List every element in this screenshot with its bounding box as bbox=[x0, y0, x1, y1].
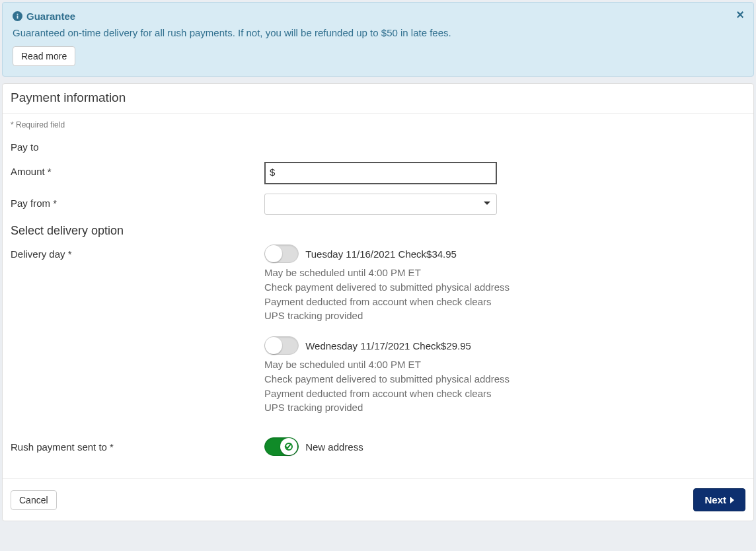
alert-title-text: Guarantee bbox=[26, 11, 75, 22]
cancel-button[interactable]: Cancel bbox=[11, 490, 57, 510]
pay-to-label: Pay to bbox=[11, 137, 264, 153]
delivery-option-label: Wednesday 11/17/2021 Check$29.95 bbox=[305, 340, 471, 351]
panel-footer: Cancel Next bbox=[3, 478, 753, 521]
svg-rect-1 bbox=[17, 16, 19, 19]
guarantee-alert: × Guarantee Guaranteed on-time delivery … bbox=[2, 2, 754, 77]
amount-label: Amount * bbox=[11, 162, 264, 177]
delivery-option-details: May be scheduled until 4:00 PM ET Check … bbox=[264, 357, 745, 415]
read-more-button[interactable]: Read more bbox=[13, 46, 75, 66]
delivery-toggle-2[interactable] bbox=[264, 336, 299, 355]
amount-input[interactable] bbox=[264, 162, 497, 184]
rush-sent-to-label: Rush payment sent to * bbox=[11, 437, 264, 453]
panel-heading: Payment information bbox=[3, 84, 753, 114]
close-icon[interactable]: × bbox=[736, 8, 744, 21]
delivery-option-label: Tuesday 11/16/2021 Check$34.95 bbox=[305, 248, 457, 260]
delivery-toggle-1[interactable] bbox=[264, 244, 299, 263]
pay-from-label: Pay from * bbox=[11, 194, 264, 209]
delivery-section-heading: Select delivery option bbox=[11, 224, 745, 238]
next-button-label: Next bbox=[704, 494, 726, 505]
alert-title: Guarantee bbox=[13, 11, 743, 22]
next-button[interactable]: Next bbox=[693, 488, 745, 511]
pay-from-select[interactable] bbox=[264, 194, 497, 215]
alert-body: Guaranteed on-time delivery for all rush… bbox=[13, 27, 743, 38]
chevron-right-icon bbox=[730, 497, 734, 503]
delivery-option-details: May be scheduled until 4:00 PM ET Check … bbox=[264, 266, 745, 323]
delivery-option: Wednesday 11/17/2021 Check$29.95 May be … bbox=[264, 336, 745, 415]
payment-panel: Payment information * Required field Pay… bbox=[2, 83, 754, 521]
info-icon bbox=[13, 11, 22, 21]
rush-address-toggle[interactable] bbox=[264, 437, 299, 456]
required-note: * Required field bbox=[11, 120, 745, 129]
delivery-option: Tuesday 11/16/2021 Check$34.95 May be sc… bbox=[264, 244, 745, 323]
rush-address-label: New address bbox=[305, 441, 363, 453]
svg-rect-2 bbox=[17, 14, 19, 15]
delivery-day-label: Delivery day * bbox=[11, 244, 264, 260]
